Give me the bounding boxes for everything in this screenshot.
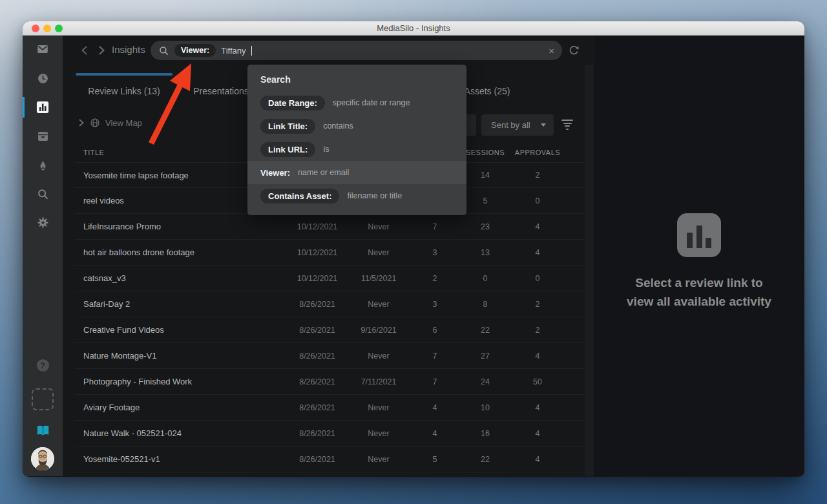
cell-title: LifeInsurance Promo	[74, 222, 286, 231]
cell-title: Yosemite-052521-v1	[74, 454, 286, 464]
cell-approvals: 0	[510, 274, 565, 283]
cell-viewers: 3	[409, 300, 461, 309]
cell-expires: Never	[348, 300, 409, 309]
table-row[interactable]: Photography - Finished Work8/26/20217/11…	[74, 369, 585, 395]
window-title: MediaSilo - Insights	[23, 21, 804, 36]
back-button[interactable]	[79, 45, 90, 56]
option-hint: name or email	[298, 168, 349, 177]
table-row[interactable]: Creative Fund Videos8/26/20219/16/202162…	[74, 317, 585, 343]
sidebar-item-history[interactable]	[31, 67, 54, 90]
sidebar-item-insights[interactable]	[31, 96, 54, 119]
sidebar-item-help[interactable]: ?	[31, 353, 54, 377]
table-row[interactable]: hot air balloons drone footage10/12/2021…	[74, 240, 585, 266]
chevron-down-icon	[541, 123, 546, 127]
cell-sessions: 0	[461, 274, 510, 283]
option-label: Contains Asset:	[260, 189, 339, 204]
cell-title: Photography - Finished Work	[74, 377, 286, 386]
placeholder-message: Select a review link to view all availab…	[594, 273, 804, 311]
option-label: Link Title:	[260, 119, 315, 134]
cell-title: Nature Montage-V1	[74, 351, 286, 361]
cell-created: 8/26/2021	[286, 300, 348, 309]
archive-box-icon	[36, 130, 50, 143]
table-row[interactable]: Aviary Footage8/26/2021Never4104	[74, 395, 585, 421]
cell-sessions: 22	[461, 326, 510, 335]
search-filter-chip[interactable]: Viewer:	[174, 44, 216, 57]
cell-viewers: 4	[409, 403, 461, 412]
cell-created: 8/26/2021	[286, 403, 348, 412]
text-cursor	[251, 46, 252, 56]
search-option-link-title[interactable]: Link Title:contains	[247, 114, 466, 138]
table-row[interactable]: Safari-Day 28/26/2021Never382	[74, 291, 585, 317]
cell-sessions: 10	[461, 403, 510, 412]
cell-sessions: 16	[461, 429, 510, 438]
table-row[interactable]: Nature Montage-V18/26/2021Never7274	[74, 343, 585, 369]
column-header-sessions[interactable]: SESSIONS	[461, 149, 510, 156]
tab-review-links[interactable]: Review Links (13)	[76, 73, 173, 100]
cell-viewers: 7	[409, 377, 461, 386]
cell-approvals: 4	[510, 248, 565, 257]
sidebar-item-mail[interactable]	[31, 37, 54, 61]
table-row[interactable]: Yosemite-052521-v18/26/2021Never5224	[74, 446, 585, 472]
cell-approvals: 2	[510, 300, 565, 309]
sent-by-dropdown[interactable]: Sent by all	[481, 114, 554, 136]
cell-expires: 11/5/2021	[348, 274, 409, 283]
open-book-icon	[34, 424, 52, 438]
filter-icon[interactable]	[560, 120, 574, 131]
sidebar-drop-target[interactable]	[31, 388, 54, 411]
view-map-toggle[interactable]: View Map	[78, 118, 142, 128]
cell-viewers: 7	[409, 352, 461, 361]
sidebar: ?	[23, 36, 63, 476]
option-label: Viewer:	[260, 165, 290, 180]
cell-sessions: 24	[461, 377, 510, 386]
column-header-approvals[interactable]: APPROVALS	[510, 149, 565, 156]
clear-search-icon[interactable]: ×	[549, 46, 554, 56]
option-hint: specific date or range	[333, 98, 410, 107]
bar-chart-icon	[36, 101, 50, 114]
sent-by-label: Sent by all	[491, 120, 530, 130]
search-panel-options: Date Range:specific date or rangeLink Ti…	[247, 91, 466, 207]
search-option-link-url[interactable]: Link URL:is	[247, 138, 466, 161]
cell-approvals: 2	[510, 326, 565, 335]
cell-expires: Never	[348, 403, 409, 412]
bar-chart-placeholder-icon	[677, 213, 721, 257]
cell-sessions: 22	[461, 455, 510, 464]
cell-sessions: 8	[461, 300, 510, 309]
cell-title: hot air balloons drone footage	[74, 247, 286, 257]
sidebar-item-search[interactable]	[31, 182, 54, 205]
sidebar-item-activity[interactable]	[31, 154, 54, 177]
search-option-contains-asset[interactable]: Contains Asset:filename or title	[247, 184, 466, 207]
table-row[interactable]: catsnax_v310/12/202111/5/2021200	[74, 266, 585, 291]
cell-expires: Never	[348, 222, 409, 231]
option-label: Link URL:	[260, 142, 315, 157]
cell-created: 8/26/2021	[286, 429, 348, 438]
cell-expires: Never	[348, 248, 409, 257]
table-row[interactable]: Nature Walk - 052521-0248/26/2021Never41…	[74, 421, 585, 446]
cell-title: Nature Walk - 052521-024	[74, 428, 286, 438]
refresh-icon[interactable]	[567, 44, 580, 57]
main-area: Insights Viewer: Tiffany × Review Links …	[63, 36, 804, 476]
cell-approvals: 4	[510, 222, 565, 231]
forward-button[interactable]	[96, 45, 107, 56]
scrollbar-track[interactable]	[585, 65, 594, 476]
cell-viewers: 2	[409, 274, 461, 283]
sidebar-user-avatar[interactable]	[31, 447, 54, 470]
sidebar-item-projects[interactable]	[31, 125, 54, 148]
cell-approvals: 0	[510, 196, 565, 205]
placeholder-line1: Select a review link to	[594, 273, 804, 292]
cell-viewers: 3	[409, 248, 461, 257]
sidebar-item-resources[interactable]	[31, 419, 54, 443]
flame-icon	[37, 159, 49, 173]
cell-created: 8/26/2021	[286, 352, 348, 361]
cell-sessions: 5	[461, 196, 510, 205]
search-option-viewer[interactable]: Viewer:name or email	[247, 161, 466, 184]
search-option-date-range[interactable]: Date Range:specific date or range	[247, 91, 466, 114]
search-query-text: Tiffany	[221, 46, 246, 56]
help-icon: ?	[37, 359, 49, 372]
table-row[interactable]: LifeInsurance Promo10/12/2021Never7234	[74, 214, 585, 240]
search-input[interactable]: Viewer: Tiffany ×	[151, 41, 562, 60]
cell-expires: Never	[348, 352, 409, 361]
sidebar-item-settings[interactable]	[31, 211, 54, 234]
cell-approvals: 50	[510, 377, 565, 386]
globe-icon	[90, 118, 100, 128]
cell-approvals: 4	[510, 352, 565, 361]
